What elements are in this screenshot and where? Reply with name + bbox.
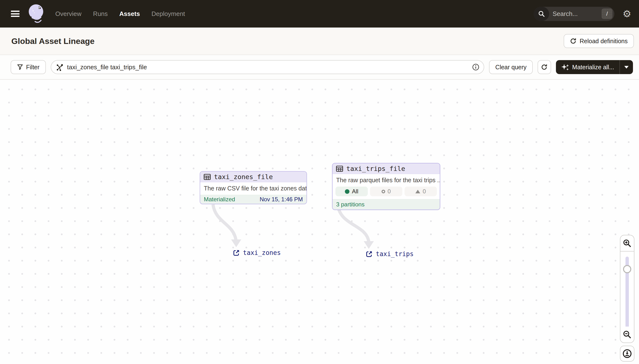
recenter-view-button[interactable] xyxy=(620,346,634,362)
external-link-icon xyxy=(366,250,373,257)
asset-description: The raw CSV file for the taxi zones dat.… xyxy=(200,182,306,195)
lineage-toolbar: Filter Clear query xyxy=(0,55,639,80)
sparkles-icon xyxy=(561,63,569,71)
table-icon xyxy=(336,166,343,172)
asset-name: taxi_zones_file xyxy=(214,173,273,180)
top-nav: Overview Runs Assets Deployment / ⚙ xyxy=(0,0,639,28)
asset-node-taxi-trips-file[interactable]: taxi_trips_file The raw parquet files fo… xyxy=(332,163,440,210)
info-icon[interactable] xyxy=(472,64,479,71)
reload-icon xyxy=(570,38,577,44)
asset-selection-query-box[interactable] xyxy=(51,60,484,74)
reload-definitions-button[interactable]: Reload definitions xyxy=(564,34,634,48)
search-icon xyxy=(534,7,549,21)
asset-node-header: taxi_zones_file xyxy=(200,172,306,182)
partitions-missing-pill[interactable]: 0 xyxy=(370,186,402,196)
zoom-in-button[interactable] xyxy=(620,235,634,252)
filled-circle-icon xyxy=(345,189,349,194)
primary-nav: Overview Runs Assets Deployment xyxy=(55,10,185,18)
materialized-status: Materialized xyxy=(204,196,235,203)
partitions-footer: 3 partitions xyxy=(333,199,440,210)
downstream-asset-link-taxi-trips[interactable]: taxi_trips xyxy=(366,250,414,258)
graph-query-icon xyxy=(56,63,64,71)
asset-description: The raw parquet files for the taxi trips… xyxy=(333,174,440,186)
zoom-out-button[interactable] xyxy=(620,326,634,343)
chevron-down-icon xyxy=(624,66,628,68)
asset-name: taxi_trips_file xyxy=(346,165,405,172)
refresh-icon xyxy=(541,64,548,70)
partitions-materialized-pill[interactable]: All xyxy=(335,186,368,196)
page-header: Global Asset Lineage Reload definitions xyxy=(0,28,639,55)
dagster-logo[interactable] xyxy=(27,4,46,24)
clear-query-button[interactable]: Clear query xyxy=(489,60,533,74)
funnel-icon xyxy=(17,64,23,70)
partitions-failed-pill[interactable]: 0 xyxy=(404,186,437,196)
materialize-options-dropdown[interactable] xyxy=(619,60,633,74)
search-input[interactable] xyxy=(549,10,601,18)
download-center-icon xyxy=(622,349,632,358)
hamburger-menu-icon[interactable] xyxy=(11,10,20,17)
search-shortcut-badge: / xyxy=(601,8,612,19)
table-icon xyxy=(204,174,211,180)
materialize-all-button[interactable]: Materialize all... xyxy=(556,60,619,74)
triangle-up-icon xyxy=(415,190,420,193)
external-link-icon xyxy=(233,249,240,256)
nav-item-deployment[interactable]: Deployment xyxy=(151,10,185,18)
zoom-in-icon xyxy=(623,239,631,248)
asset-selection-input[interactable] xyxy=(67,64,469,71)
settings-gear-icon[interactable]: ⚙ xyxy=(622,9,631,18)
zoom-controls xyxy=(620,235,634,362)
page-title: Global Asset Lineage xyxy=(11,36,95,46)
zoom-out-icon xyxy=(623,330,631,339)
materialize-all-split-button: Materialize all... xyxy=(556,60,633,74)
filter-button[interactable]: Filter xyxy=(11,60,46,74)
lineage-edges xyxy=(0,80,639,364)
ring-circle-icon xyxy=(382,190,385,193)
zoom-slider[interactable] xyxy=(620,252,634,326)
asset-status-footer: Materialized Nov 15, 1:46 PM xyxy=(200,195,306,204)
refresh-button[interactable] xyxy=(537,60,551,74)
nav-item-overview[interactable]: Overview xyxy=(55,10,81,18)
asset-node-taxi-zones-file[interactable]: taxi_zones_file The raw CSV file for the… xyxy=(200,171,307,204)
partition-status-pills: All 0 0 xyxy=(333,186,440,199)
nav-item-assets[interactable]: Assets xyxy=(119,10,140,18)
materialization-timestamp[interactable]: Nov 15, 1:46 PM xyxy=(260,196,303,203)
downstream-asset-link-taxi-zones[interactable]: taxi_zones xyxy=(233,249,281,256)
asset-node-header: taxi_trips_file xyxy=(333,164,440,174)
partition-count: 3 partitions xyxy=(336,201,364,208)
global-search[interactable]: / xyxy=(534,7,614,21)
zoom-slider-thumb[interactable] xyxy=(623,265,631,273)
lineage-graph-canvas[interactable]: taxi_zones_file The raw CSV file for the… xyxy=(0,80,639,364)
nav-item-runs[interactable]: Runs xyxy=(93,10,108,18)
